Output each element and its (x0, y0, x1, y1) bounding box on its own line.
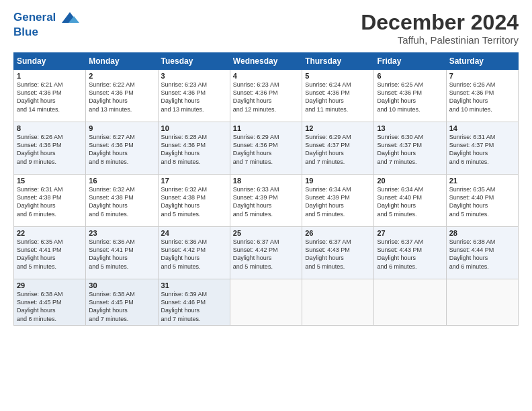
logo-general: General (13, 11, 56, 24)
calendar-cell (446, 279, 518, 326)
calendar-cell (374, 279, 446, 326)
calendar-cell (302, 279, 374, 326)
calendar-cell: 19 Sunrise: 6:34 AM Sunset: 4:39 PM Dayl… (302, 175, 374, 227)
calendar-cell: 20 Sunrise: 6:34 AM Sunset: 4:40 PM Dayl… (374, 175, 446, 227)
day-info: Sunrise: 6:35 AM Sunset: 4:41 PM Dayligh… (17, 238, 83, 271)
logo-icon (60, 11, 79, 26)
calendar-cell: 1 Sunrise: 6:21 AM Sunset: 4:36 PM Dayli… (14, 70, 86, 122)
month-title: December 2024 (361, 11, 519, 34)
day-number: 14 (449, 124, 515, 132)
calendar-week-row: 1 Sunrise: 6:21 AM Sunset: 4:36 PM Dayli… (14, 70, 519, 122)
day-info: Sunrise: 6:32 AM Sunset: 4:38 PM Dayligh… (161, 185, 227, 218)
day-info: Sunrise: 6:38 AM Sunset: 4:45 PM Dayligh… (89, 290, 154, 323)
calendar-day-header: Friday (374, 53, 446, 70)
day-number: 1 (17, 72, 83, 80)
day-info: Sunrise: 6:35 AM Sunset: 4:40 PM Dayligh… (449, 185, 515, 218)
calendar-day-header: Thursday (302, 53, 374, 70)
day-number: 9 (89, 124, 154, 132)
calendar-cell: 18 Sunrise: 6:33 AM Sunset: 4:39 PM Dayl… (230, 175, 302, 227)
day-info: Sunrise: 6:24 AM Sunset: 4:36 PM Dayligh… (305, 81, 371, 113)
calendar-day-header: Wednesday (230, 53, 302, 70)
day-number: 11 (233, 124, 299, 132)
day-number: 16 (89, 177, 154, 185)
calendar-cell: 4 Sunrise: 6:23 AM Sunset: 4:36 PM Dayli… (230, 70, 302, 122)
calendar-day-header: Sunday (14, 53, 86, 70)
day-info: Sunrise: 6:27 AM Sunset: 4:36 PM Dayligh… (89, 133, 154, 166)
calendar-cell: 23 Sunrise: 6:36 AM Sunset: 4:41 PM Dayl… (86, 227, 158, 279)
page: General Blue December 2024 Taffuh, Pales… (0, 0, 532, 411)
day-info: Sunrise: 6:26 AM Sunset: 4:36 PM Dayligh… (449, 81, 515, 113)
calendar-cell: 9 Sunrise: 6:27 AM Sunset: 4:36 PM Dayli… (86, 122, 158, 175)
day-number: 25 (233, 229, 299, 237)
day-info: Sunrise: 6:34 AM Sunset: 4:39 PM Dayligh… (305, 185, 371, 218)
day-info: Sunrise: 6:25 AM Sunset: 4:36 PM Dayligh… (377, 81, 443, 113)
calendar-cell: 16 Sunrise: 6:32 AM Sunset: 4:38 PM Dayl… (86, 175, 158, 227)
calendar-cell: 14 Sunrise: 6:31 AM Sunset: 4:37 PM Dayl… (446, 122, 518, 175)
calendar-cell: 25 Sunrise: 6:37 AM Sunset: 4:42 PM Dayl… (230, 227, 302, 279)
day-number: 8 (17, 124, 83, 132)
day-number: 3 (161, 72, 227, 80)
calendar-cell (230, 279, 302, 326)
day-info: Sunrise: 6:33 AM Sunset: 4:39 PM Dayligh… (233, 185, 299, 218)
calendar-cell: 31 Sunrise: 6:39 AM Sunset: 4:46 PM Dayl… (158, 279, 230, 326)
day-number: 6 (377, 72, 443, 80)
day-number: 21 (449, 177, 515, 185)
day-number: 17 (161, 177, 227, 185)
day-number: 26 (305, 229, 371, 237)
day-number: 19 (305, 177, 371, 185)
day-info: Sunrise: 6:36 AM Sunset: 4:41 PM Dayligh… (89, 238, 154, 271)
header: General Blue December 2024 Taffuh, Pales… (13, 11, 519, 46)
title-block: December 2024 Taffuh, Palestinian Territ… (361, 11, 519, 46)
day-number: 31 (161, 281, 227, 289)
calendar-cell: 5 Sunrise: 6:24 AM Sunset: 4:36 PM Dayli… (302, 70, 374, 122)
calendar-cell: 28 Sunrise: 6:38 AM Sunset: 4:44 PM Dayl… (446, 227, 518, 279)
day-number: 23 (89, 229, 154, 237)
calendar-cell: 12 Sunrise: 6:29 AM Sunset: 4:37 PM Dayl… (302, 122, 374, 175)
calendar-cell: 11 Sunrise: 6:29 AM Sunset: 4:36 PM Dayl… (230, 122, 302, 175)
day-number: 4 (233, 72, 299, 80)
day-info: Sunrise: 6:32 AM Sunset: 4:38 PM Dayligh… (89, 185, 154, 218)
day-number: 28 (449, 229, 515, 237)
calendar-week-row: 29 Sunrise: 6:38 AM Sunset: 4:45 PM Dayl… (14, 279, 519, 326)
day-number: 13 (377, 124, 443, 132)
calendar-week-row: 22 Sunrise: 6:35 AM Sunset: 4:41 PM Dayl… (14, 227, 519, 279)
calendar-table: SundayMondayTuesdayWednesdayThursdayFrid… (13, 52, 519, 326)
calendar-cell: 10 Sunrise: 6:28 AM Sunset: 4:36 PM Dayl… (158, 122, 230, 175)
day-info: Sunrise: 6:37 AM Sunset: 4:43 PM Dayligh… (377, 238, 443, 271)
day-info: Sunrise: 6:30 AM Sunset: 4:37 PM Dayligh… (377, 133, 443, 166)
calendar-cell: 3 Sunrise: 6:23 AM Sunset: 4:36 PM Dayli… (158, 70, 230, 122)
calendar-day-header: Monday (86, 53, 158, 70)
calendar-cell: 26 Sunrise: 6:37 AM Sunset: 4:43 PM Dayl… (302, 227, 374, 279)
calendar-cell: 24 Sunrise: 6:36 AM Sunset: 4:42 PM Dayl… (158, 227, 230, 279)
logo: General Blue (13, 11, 79, 39)
day-info: Sunrise: 6:34 AM Sunset: 4:40 PM Dayligh… (377, 185, 443, 218)
calendar-cell: 27 Sunrise: 6:37 AM Sunset: 4:43 PM Dayl… (374, 227, 446, 279)
day-info: Sunrise: 6:22 AM Sunset: 4:36 PM Dayligh… (89, 81, 154, 113)
calendar-day-header: Saturday (446, 53, 518, 70)
calendar-cell: 13 Sunrise: 6:30 AM Sunset: 4:37 PM Dayl… (374, 122, 446, 175)
day-info: Sunrise: 6:37 AM Sunset: 4:43 PM Dayligh… (305, 238, 371, 271)
calendar-week-row: 8 Sunrise: 6:26 AM Sunset: 4:36 PM Dayli… (14, 122, 519, 175)
day-info: Sunrise: 6:23 AM Sunset: 4:36 PM Dayligh… (233, 81, 299, 113)
day-number: 7 (449, 72, 515, 80)
calendar-cell: 17 Sunrise: 6:32 AM Sunset: 4:38 PM Dayl… (158, 175, 230, 227)
calendar-cell: 22 Sunrise: 6:35 AM Sunset: 4:41 PM Dayl… (14, 227, 86, 279)
calendar-cell: 29 Sunrise: 6:38 AM Sunset: 4:45 PM Dayl… (14, 279, 86, 326)
day-number: 12 (305, 124, 371, 132)
location-title: Taffuh, Palestinian Territory (361, 34, 519, 46)
calendar-cell: 8 Sunrise: 6:26 AM Sunset: 4:36 PM Dayli… (14, 122, 86, 175)
day-number: 24 (161, 229, 227, 237)
calendar-cell: 21 Sunrise: 6:35 AM Sunset: 4:40 PM Dayl… (446, 175, 518, 227)
day-info: Sunrise: 6:23 AM Sunset: 4:36 PM Dayligh… (161, 81, 227, 113)
day-number: 20 (377, 177, 443, 185)
day-number: 27 (377, 229, 443, 237)
day-number: 22 (17, 229, 83, 237)
logo-blue: Blue (13, 26, 79, 39)
calendar-cell: 6 Sunrise: 6:25 AM Sunset: 4:36 PM Dayli… (374, 70, 446, 122)
day-number: 5 (305, 72, 371, 80)
day-info: Sunrise: 6:38 AM Sunset: 4:45 PM Dayligh… (17, 290, 83, 323)
day-number: 18 (233, 177, 299, 185)
day-info: Sunrise: 6:29 AM Sunset: 4:37 PM Dayligh… (305, 133, 371, 166)
day-info: Sunrise: 6:36 AM Sunset: 4:42 PM Dayligh… (161, 238, 227, 271)
day-info: Sunrise: 6:21 AM Sunset: 4:36 PM Dayligh… (17, 81, 83, 113)
